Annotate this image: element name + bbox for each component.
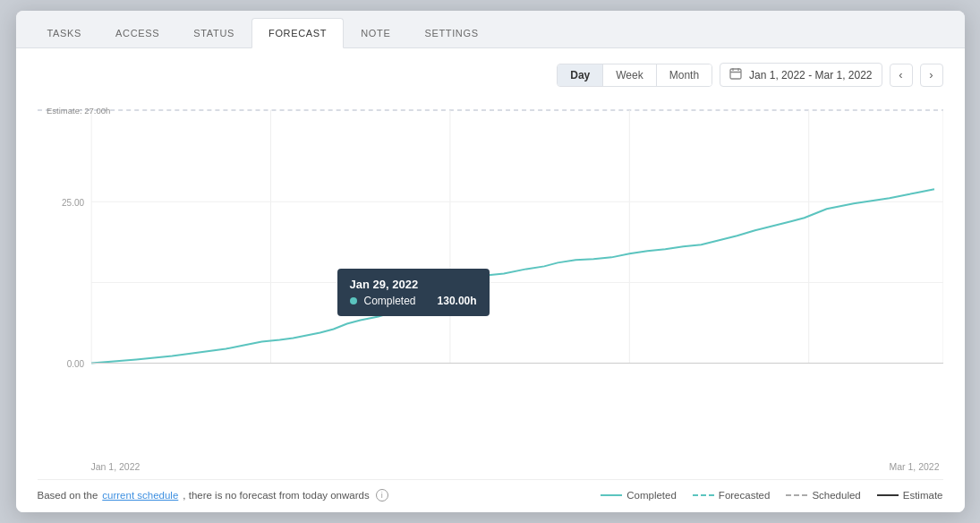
legend-scheduled-label: Scheduled [812, 490, 860, 501]
legend-completed-label: Completed [626, 490, 677, 501]
legend-estimate-line [877, 494, 899, 496]
period-week-btn[interactable]: Week [603, 64, 656, 86]
legend-completed: Completed [601, 490, 677, 501]
main-window: TASKS ACCESS STATUS FORECAST NOTE SETTIN… [16, 11, 965, 512]
period-month-btn[interactable]: Month [657, 64, 712, 86]
svg-text:0.00: 0.00 [66, 359, 84, 369]
next-arrow[interactable]: › [920, 64, 943, 87]
tab-settings[interactable]: SETTINGS [407, 18, 495, 47]
chart-area: 25.00 0.00 Estimate: 27.00h Jan 1, 2022 … [38, 94, 943, 476]
legend-estimate-label: Estimate [903, 490, 943, 501]
legend-scheduled: Scheduled [786, 490, 860, 501]
date-range-control: Jan 1, 2022 - Mar 1, 2022 [720, 63, 882, 87]
svg-text:25.00: 25.00 [62, 198, 84, 208]
legend-estimate: Estimate [877, 490, 943, 501]
svg-rect-0 [730, 69, 741, 79]
chart-svg: 25.00 0.00 Estimate: 27.00h [38, 94, 943, 399]
svg-text:Estimate: 27.00h: Estimate: 27.00h [47, 106, 110, 116]
prev-arrow[interactable]: ‹ [890, 64, 913, 87]
date-range-label: Jan 1, 2022 - Mar 1, 2022 [749, 69, 872, 81]
legend-scheduled-line [786, 494, 807, 496]
tab-note[interactable]: NOTE [344, 18, 407, 47]
legend-forecasted-label: Forecasted [719, 490, 771, 501]
main-content: Day Week Month Jan 1, 2022 - Mar 1, 2022… [16, 48, 965, 512]
tab-tasks[interactable]: TASKS [30, 18, 99, 47]
footer-suffix: , there is no forecast from today onward… [183, 490, 369, 501]
info-icon[interactable]: i [376, 489, 388, 502]
period-day-btn[interactable]: Day [558, 64, 603, 86]
tab-status[interactable]: STATUS [176, 18, 251, 47]
legend-forecasted-line [693, 494, 714, 496]
legend-forecasted: Forecasted [693, 490, 771, 501]
x-label-start: Jan 1, 2022 [91, 461, 141, 472]
completed-line [91, 189, 934, 363]
footer-left: Based on the current schedule , there is… [38, 489, 388, 502]
tooltip-dot [440, 279, 449, 288]
calendar-icon [729, 67, 742, 82]
x-label-end: Mar 1, 2022 [889, 461, 939, 472]
footer-prefix: Based on the [38, 490, 98, 501]
current-schedule-link[interactable]: current schedule [102, 490, 178, 501]
legend: Completed Forecasted Scheduled Estimate [601, 490, 942, 501]
tabs-bar: TASKS ACCESS STATUS FORECAST NOTE SETTIN… [16, 11, 965, 48]
legend-completed-line [601, 494, 622, 496]
tab-access[interactable]: ACCESS [98, 18, 176, 47]
period-btn-group: Day Week Month [557, 64, 712, 87]
chart-footer: Based on the current schedule , there is… [38, 479, 943, 512]
chart-controls: Day Week Month Jan 1, 2022 - Mar 1, 2022… [38, 63, 943, 87]
tab-forecast[interactable]: FORECAST [251, 18, 344, 48]
